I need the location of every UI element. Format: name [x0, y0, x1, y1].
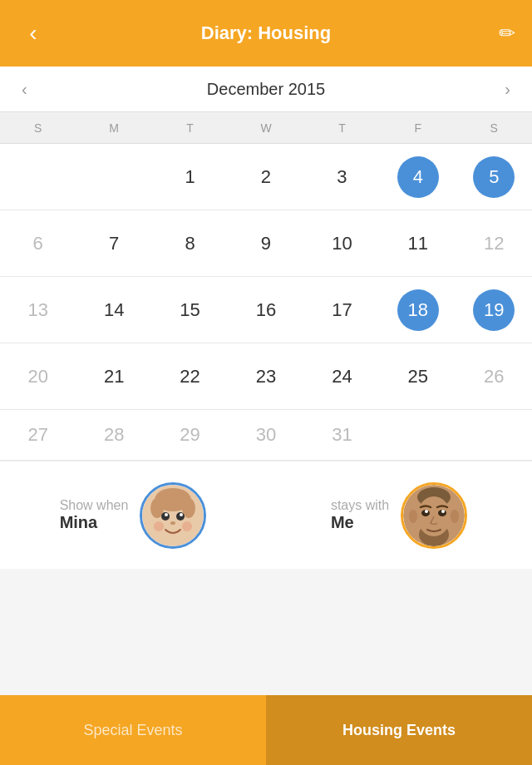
calendar-day-empty: [456, 410, 532, 460]
me-face-svg: [403, 485, 465, 546]
day-highlight-circle: 19: [473, 289, 515, 331]
calendar-day-empty: [0, 144, 76, 210]
day-highlight-circle: 4: [397, 156, 439, 198]
tab-special-events[interactable]: Special Events: [0, 695, 266, 765]
svg-point-9: [154, 521, 164, 531]
calendar-day-28[interactable]: 28: [76, 410, 151, 460]
day-header-tue: T: [152, 112, 228, 143]
calendar-day-8[interactable]: 8: [152, 210, 228, 277]
day-highlight-circle: 18: [397, 289, 439, 331]
svg-point-14: [409, 510, 417, 523]
calendar-day-17[interactable]: 17: [304, 277, 380, 343]
calendar-day-26[interactable]: 26: [456, 343, 532, 410]
calendar-day-30[interactable]: 30: [228, 410, 303, 460]
day-header-wed: W: [228, 112, 303, 143]
calendar-day-empty: [76, 144, 151, 210]
info-section: Show when Mina: [0, 461, 532, 569]
back-button[interactable]: ‹: [17, 20, 50, 47]
day-headers: S M T W T F S: [0, 112, 532, 144]
svg-point-19: [425, 510, 428, 513]
header-title: Diary: Housing: [50, 22, 482, 44]
avatar-mina[interactable]: [140, 482, 206, 549]
calendar-day-10[interactable]: 10: [304, 210, 380, 277]
show-when-label: Show when: [60, 498, 129, 513]
calendar-day-4[interactable]: 4: [380, 144, 456, 210]
calendar-day-13[interactable]: 13: [0, 277, 76, 343]
edit-button[interactable]: ✏: [482, 22, 515, 45]
person2-text: stays with Me: [331, 498, 389, 532]
day-header-sun: S: [0, 112, 76, 143]
svg-point-15: [451, 510, 459, 523]
header: ‹ Diary: Housing ✏: [0, 0, 532, 67]
calendar-day-2[interactable]: 2: [228, 144, 303, 210]
calendar-last-row: 27 28 29 30 31: [0, 410, 532, 461]
bottom-tabs: Special Events Housing Events: [0, 695, 532, 765]
calendar-day-9[interactable]: 9: [228, 210, 303, 277]
calendar-day-25[interactable]: 25: [380, 343, 456, 410]
calendar-day-12[interactable]: 12: [456, 210, 532, 277]
calendar-day-15[interactable]: 15: [152, 277, 228, 343]
calendar-day-24[interactable]: 24: [304, 343, 380, 410]
day-header-thu: T: [304, 112, 380, 143]
calendar-day-empty: [380, 410, 456, 460]
calendar-day-20[interactable]: 20: [0, 343, 76, 410]
svg-point-20: [441, 510, 445, 513]
calendar-day-14[interactable]: 14: [76, 277, 151, 343]
day-header-fri: F: [380, 112, 456, 143]
stays-with-label: stays with: [331, 498, 389, 513]
day-highlight-circle: 5: [473, 156, 515, 198]
svg-point-6: [165, 513, 168, 516]
next-month-button[interactable]: ›: [498, 73, 517, 106]
person2-block: stays with Me: [266, 482, 532, 549]
calendar-day-29[interactable]: 29: [152, 410, 228, 460]
person2-name: Me: [331, 513, 389, 532]
svg-point-10: [182, 521, 192, 531]
calendar-day-18[interactable]: 18: [380, 277, 456, 343]
calendar-day-3[interactable]: 3: [304, 144, 380, 210]
calendar-day-21[interactable]: 21: [76, 343, 151, 410]
calendar-day-22[interactable]: 22: [152, 343, 228, 410]
person1-block: Show when Mina: [0, 482, 266, 549]
person1-text: Show when Mina: [60, 498, 129, 532]
calendar-day-5[interactable]: 5: [456, 144, 532, 210]
calendar-day-31[interactable]: 31: [304, 410, 380, 460]
day-header-mon: M: [76, 112, 151, 143]
tab-housing-events[interactable]: Housing Events: [266, 695, 532, 765]
calendar-grid: 1 2 3 4 5 6 7 8 9 10 11 12 13 14 15 16 1…: [0, 144, 532, 410]
svg-point-8: [170, 521, 175, 525]
person1-name: Mina: [60, 513, 129, 532]
avatar-me[interactable]: [401, 482, 467, 549]
calendar-day-19[interactable]: 19: [456, 277, 532, 343]
calendar-day-6[interactable]: 6: [0, 210, 76, 277]
mina-face-svg: [142, 485, 204, 546]
calendar-day-16[interactable]: 16: [228, 277, 303, 343]
calendar-day-23[interactable]: 23: [228, 343, 303, 410]
month-year-label: December 2015: [207, 80, 325, 99]
calendar-day-11[interactable]: 11: [380, 210, 456, 277]
day-header-sat: S: [456, 112, 532, 143]
prev-month-button[interactable]: ‹: [15, 73, 34, 106]
calendar-day-27[interactable]: 27: [0, 410, 76, 460]
calendar-nav: ‹ December 2015 ›: [0, 67, 532, 112]
calendar-day-7[interactable]: 7: [76, 210, 151, 277]
svg-point-7: [180, 513, 183, 516]
calendar-day-1[interactable]: 1: [152, 144, 228, 210]
